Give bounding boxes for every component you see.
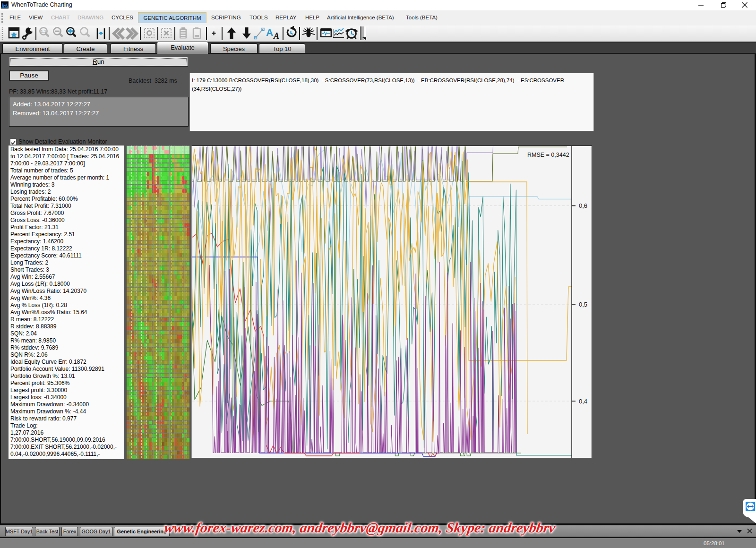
svg-text:0,4: 0,4 — [579, 398, 587, 405]
svg-text:A: A — [273, 31, 279, 41]
svg-text:0,5: 0,5 — [579, 301, 587, 308]
svg-text:RMSE = 0,3442: RMSE = 0,3442 — [527, 152, 569, 158]
svg-text:0,6: 0,6 — [579, 202, 587, 209]
svg-text:1:1: 1:1 — [41, 29, 46, 34]
svg-text:A: A — [266, 27, 273, 38]
svg-text:05:28:01: 05:28:01 — [704, 540, 725, 546]
